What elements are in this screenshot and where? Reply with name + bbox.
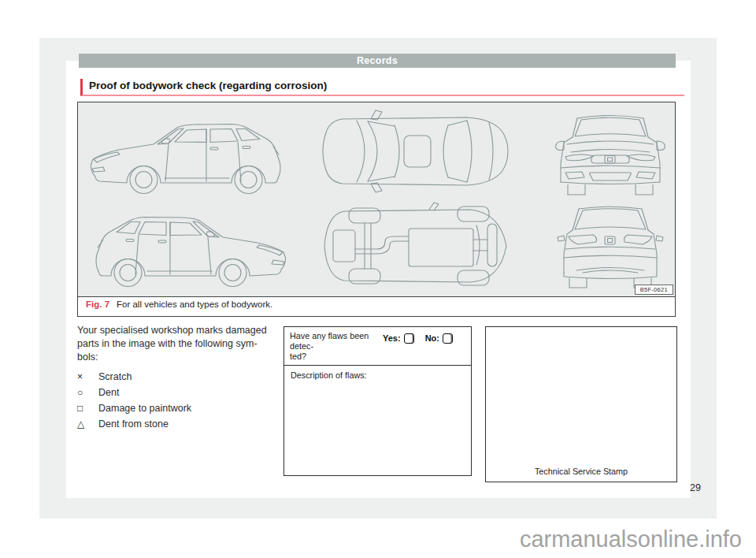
legend-item-scratch: × Scratch (77, 369, 280, 385)
chapter-header-bar: Records (79, 54, 676, 68)
figure-caption: Fig. 7For all vehicles and types of body… (78, 296, 675, 316)
figure-number: Fig. 7 (86, 299, 109, 309)
car-top-view-icon (314, 107, 521, 195)
car-side-view-left-icon (86, 109, 291, 199)
stone-symbol-icon: △ (77, 418, 98, 430)
dent-symbol-icon: ○ (77, 387, 98, 398)
figure-caption-text: For all vehicles and types of bodywork. (117, 299, 272, 309)
scratch-symbol-icon: × (77, 371, 98, 382)
stamp-label: Technical Service Stamp (486, 467, 676, 476)
car-rear-view-icon (552, 200, 669, 292)
figure-7: B5F-0621 Fig. 7For all vehicles and type… (77, 102, 676, 317)
car-underbody-view-icon (314, 200, 521, 292)
flaw-question-row: Have any flaws been detec- ted? Yes: No: (284, 327, 471, 366)
yes-checkbox[interactable] (404, 333, 414, 344)
intro-text: Your specialised workshop marks damaged … (77, 324, 280, 364)
flaw-form: Have any flaws been detec- ted? Yes: No:… (284, 326, 472, 476)
legend-item-stone: △ Dent from stone (77, 416, 280, 432)
symbol-legend: × Scratch ○ Dent □ Damage to paintwork △… (77, 369, 280, 432)
flaw-question: Have any flaws been detec- ted? (290, 331, 372, 362)
manual-page: Records Proof of bodywork check (regardi… (0, 0, 756, 558)
yes-option: Yes: (383, 331, 414, 362)
paintwork-symbol-icon: □ (77, 403, 98, 414)
car-front-view-icon (552, 107, 669, 199)
no-checkbox[interactable] (443, 333, 453, 344)
no-option: No: (425, 331, 453, 362)
car-side-view-right-icon (86, 202, 291, 292)
flaw-description-label: Description of flaws: (284, 366, 471, 385)
figure-code-label: B5F-0621 (635, 285, 673, 295)
legend-item-paintwork: □ Damage to paintwork (77, 400, 280, 416)
technical-service-stamp-box: Technical Service Stamp (485, 326, 677, 482)
page-number: 29 (690, 482, 713, 493)
figure-canvas: B5F-0621 (78, 102, 675, 296)
section-title: Proof of bodywork check (regarding corro… (80, 79, 684, 96)
watermark: carmanualsonline.info (441, 526, 742, 552)
legend-item-dent: ○ Dent (77, 385, 280, 400)
